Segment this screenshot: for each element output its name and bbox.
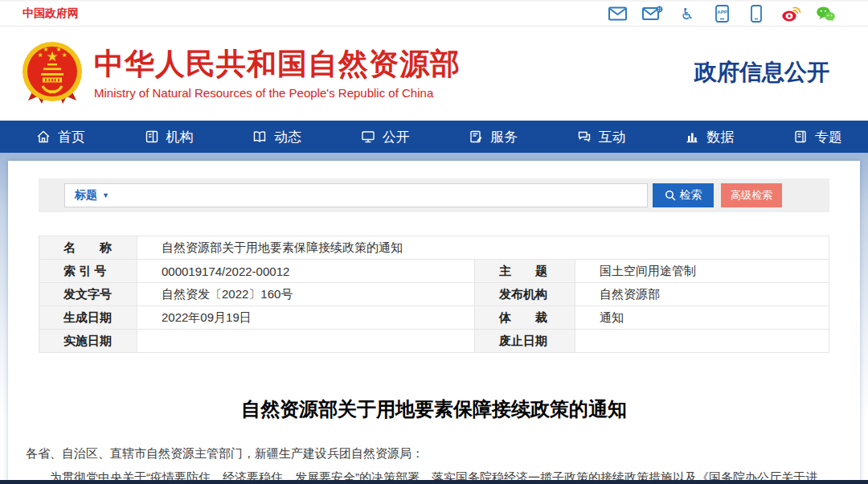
field-label-repeal-date: 废止日期 xyxy=(475,330,575,353)
nav-item-data[interactable]: 数据 xyxy=(685,128,734,146)
search-band: 标题 ▼ 检索 高级检索 xyxy=(39,178,829,212)
app-icon[interactable]: APP xyxy=(711,5,732,23)
national-emblem-logo: ★ ★ ★ ★ ★ xyxy=(20,39,84,109)
mobile-icon[interactable] xyxy=(746,5,767,23)
field-value-subject: 国土空间用途管制 xyxy=(575,260,829,283)
caret-down-icon: ▼ xyxy=(102,192,109,199)
site-title: 中华人民共和国自然资源部 xyxy=(94,47,461,82)
nav-item-home[interactable]: 首页 xyxy=(36,128,85,146)
wechat-icon[interactable] xyxy=(815,5,836,23)
field-value-effective-date xyxy=(137,330,475,353)
mail-subscribe-icon[interactable] xyxy=(642,5,663,23)
field-value-index: 000019174/2022-00012 xyxy=(137,260,475,283)
table-row: 名 称 自然资源部关于用地要素保障接续政策的通知 xyxy=(39,236,829,260)
field-value-genre: 通知 xyxy=(575,306,829,330)
section-title: 政府信息公开 xyxy=(694,57,829,88)
topbar-icons: ♿ APP xyxy=(608,5,836,23)
search-icon xyxy=(665,190,676,201)
accessibility-icon[interactable]: ♿ xyxy=(677,5,698,23)
field-label-genre: 体 裁 xyxy=(475,306,575,330)
field-label-index: 索 引 号 xyxy=(39,260,137,283)
top-utility-bar: 中国政府网 ♿ APP xyxy=(0,0,868,27)
field-label-docnumber: 发文字号 xyxy=(39,283,137,306)
mail-icon[interactable] xyxy=(608,5,628,23)
field-label-agency: 发布机构 xyxy=(475,283,575,306)
field-label-created-date: 生成日期 xyxy=(39,306,137,330)
topic-book-icon xyxy=(793,129,808,144)
interaction-chat-icon xyxy=(577,129,592,144)
table-row: 发文字号 自然资发〔2022〕160号 发布机构 自然资源部 xyxy=(39,283,829,306)
field-label-effective-date: 实施日期 xyxy=(39,330,137,353)
main-navigation: 首页 机构 动态 公开 服务 互动 数据 专题 xyxy=(0,121,868,153)
svg-text:★: ★ xyxy=(43,46,48,53)
field-label-name: 名 称 xyxy=(39,236,137,260)
field-value-repeal-date xyxy=(575,330,829,353)
home-icon xyxy=(36,129,51,144)
table-row: 索 引 号 000019174/2022-00012 主 题 国土空间用途管制 xyxy=(39,260,829,283)
field-label-subject: 主 题 xyxy=(475,260,575,283)
gov-site-link[interactable]: 中国政府网 xyxy=(23,6,79,21)
table-row: 实施日期 废止日期 xyxy=(39,330,829,353)
field-value-agency: 自然资源部 xyxy=(575,283,829,306)
news-book-icon xyxy=(252,129,267,144)
svg-text:★: ★ xyxy=(61,51,67,59)
search-field-selector[interactable]: 标题 ▼ xyxy=(75,188,109,203)
nav-item-interaction[interactable]: 互动 xyxy=(577,128,626,146)
article-title: 自然资源部关于用地要素保障接续政策的通知 xyxy=(8,396,860,422)
article-paragraph: 各省、自治区、直辖市自然资源主管部门，新疆生产建设兵团自然资源局： xyxy=(26,445,842,461)
nav-item-org[interactable]: 机构 xyxy=(145,128,194,146)
nav-item-service[interactable]: 服务 xyxy=(469,128,518,146)
nav-item-disclosure[interactable]: 公开 xyxy=(361,128,410,146)
footer-strip xyxy=(0,480,868,484)
weibo-icon[interactable] xyxy=(780,5,801,23)
field-value-docnumber: 自然资发〔2022〕160号 xyxy=(137,283,475,306)
nav-item-topics[interactable]: 专题 xyxy=(793,128,842,146)
table-row: 生成日期 2022年09月19日 体 裁 通知 xyxy=(39,306,829,330)
content-background: 标题 ▼ 检索 高级检索 名 称 自然资源部关于用地要素保障接续政策的通知 索 … xyxy=(0,153,868,484)
document-info-table: 名 称 自然资源部关于用地要素保障接续政策的通知 索 引 号 000019174… xyxy=(39,236,829,353)
nav-item-news[interactable]: 动态 xyxy=(252,128,301,146)
svg-text:APP: APP xyxy=(717,10,727,14)
data-chart-icon xyxy=(685,129,699,144)
field-value-name: 自然资源部关于用地要素保障接续政策的通知 xyxy=(137,236,829,260)
site-title-block: 中华人民共和国自然资源部 Ministry of Natural Resourc… xyxy=(94,47,461,100)
search-input[interactable]: 标题 ▼ xyxy=(64,183,648,207)
organization-icon xyxy=(145,129,159,144)
content-card: 标题 ▼ 检索 高级检索 名 称 自然资源部关于用地要素保障接续政策的通知 索 … xyxy=(8,161,860,484)
site-subtitle: Ministry of Natural Resources of the Peo… xyxy=(94,86,461,100)
service-document-icon xyxy=(469,129,483,144)
disclosure-monitor-icon xyxy=(361,129,375,144)
search-button[interactable]: 检索 xyxy=(653,183,714,207)
advanced-search-button[interactable]: 高级检索 xyxy=(721,183,782,207)
site-header: ★ ★ ★ ★ ★ 中华人民共和国自然资源部 Ministry of Natur… xyxy=(0,27,868,121)
field-value-created-date: 2022年09月19日 xyxy=(137,306,475,330)
